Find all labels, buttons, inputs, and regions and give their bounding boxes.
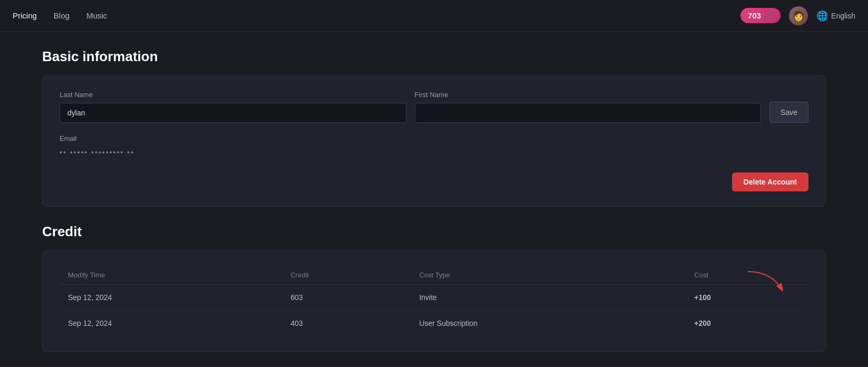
credit-cell: 603 bbox=[282, 285, 411, 311]
email-section: Email •• ••••• ••••••••• •• bbox=[60, 133, 808, 162]
credit-table: Modify Time Credit Cost Type Cost Sep 12… bbox=[60, 266, 808, 336]
col-modify-time: Modify Time bbox=[60, 266, 282, 285]
table-header-row: Modify Time Credit Cost Type Cost bbox=[60, 266, 808, 285]
last-name-label: Last Name bbox=[60, 91, 406, 99]
cost-type-cell: Invite bbox=[411, 285, 686, 311]
card-footer: Delete Account bbox=[60, 172, 808, 191]
credits-count: 703 bbox=[748, 11, 761, 20]
basic-info-card: Last Name First Name Save Email •• •••••… bbox=[42, 75, 826, 207]
time-cell: Sep 12, 2024 bbox=[60, 311, 282, 336]
nav-pricing[interactable]: Pricing bbox=[13, 11, 37, 20]
cost-cell-0: +100 bbox=[686, 285, 808, 311]
credit-cell: 403 bbox=[282, 311, 411, 336]
email-label: Email bbox=[60, 134, 77, 142]
name-row: Last Name First Name Save bbox=[60, 91, 808, 123]
save-button[interactable]: Save bbox=[769, 102, 808, 123]
col-cost: Cost bbox=[686, 266, 808, 285]
language-label: English bbox=[831, 12, 855, 20]
nav-music[interactable]: Music bbox=[86, 11, 107, 20]
delete-account-button[interactable]: Delete Account bbox=[732, 172, 808, 191]
nav-blog[interactable]: Blog bbox=[54, 11, 70, 20]
avatar-image: 🧑 bbox=[793, 10, 804, 22]
col-cost-type: Cost Type bbox=[411, 266, 686, 285]
first-name-input[interactable] bbox=[415, 103, 762, 123]
email-value: •• ••••• ••••••••• •• bbox=[60, 143, 808, 162]
language-selector[interactable]: 🌐 English bbox=[816, 10, 855, 22]
last-name-input[interactable] bbox=[60, 103, 406, 123]
globe-icon: 🌐 bbox=[816, 10, 828, 22]
avatar[interactable]: 🧑 bbox=[789, 6, 808, 25]
basic-info-title: Basic information bbox=[42, 49, 826, 65]
cost-type-cell: User Subscription bbox=[411, 311, 686, 336]
table-row: Sep 12, 2024 403 User Subscription +200 bbox=[60, 311, 808, 336]
credit-title: Credit bbox=[42, 224, 826, 240]
navbar: Pricing Blog Music 703 🎵 🧑 🌐 English bbox=[0, 0, 868, 32]
last-name-group: Last Name bbox=[60, 91, 406, 123]
nav-right: 703 🎵 🧑 🌐 English bbox=[740, 6, 855, 25]
cost-cell-1: +200 bbox=[686, 311, 808, 336]
nav-links: Pricing Blog Music bbox=[13, 11, 740, 20]
main-content: Basic information Last Name First Name S… bbox=[0, 32, 868, 367]
credit-card: Modify Time Credit Cost Type Cost Sep 12… bbox=[42, 250, 826, 352]
first-name-label: First Name bbox=[415, 91, 762, 99]
music-icon: 🎵 bbox=[764, 12, 773, 20]
table-row: Sep 12, 2024 603 Invite +100 bbox=[60, 285, 808, 311]
first-name-group: First Name bbox=[415, 91, 762, 123]
time-cell: Sep 12, 2024 bbox=[60, 285, 282, 311]
col-credit: Credit bbox=[282, 266, 411, 285]
credits-badge[interactable]: 703 🎵 bbox=[740, 8, 781, 23]
